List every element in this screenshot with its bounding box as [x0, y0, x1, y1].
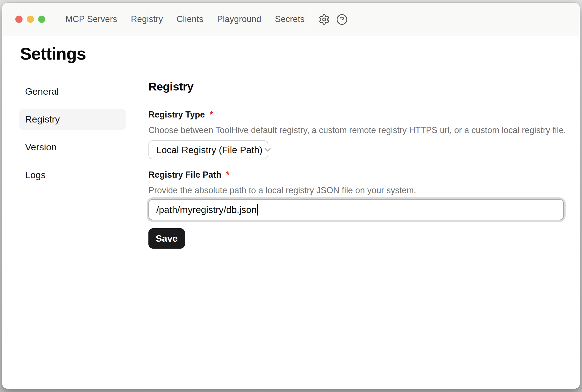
- save-button[interactable]: Save: [148, 228, 185, 249]
- registry-file-path-description: Provide the absolute path to a local reg…: [148, 185, 416, 196]
- sidebar-item-label: Logs: [25, 170, 46, 180]
- minimize-window-button[interactable]: [27, 16, 34, 23]
- registry-type-select[interactable]: Local Registry (File Path): [148, 140, 268, 159]
- nav-item-registry[interactable]: Registry: [131, 14, 163, 24]
- gear-icon: [318, 14, 330, 25]
- main-nav: MCP Servers Registry Clients Playground …: [65, 3, 305, 36]
- section-heading: Registry: [148, 80, 194, 94]
- sidebar-item-label: Version: [25, 142, 57, 153]
- sidebar-item-registry[interactable]: Registry: [19, 109, 126, 130]
- traffic-lights: [15, 16, 45, 23]
- zoom-window-button[interactable]: [38, 16, 45, 23]
- registry-type-description: Choose between ToolHive default registry…: [148, 124, 566, 136]
- nav-item-secrets[interactable]: Secrets: [275, 14, 305, 24]
- sidebar-item-logs[interactable]: Logs: [19, 164, 126, 186]
- sidebar-item-label: General: [25, 86, 59, 97]
- sidebar-item-general[interactable]: General: [19, 81, 126, 102]
- required-asterisk: *: [226, 169, 229, 180]
- text-cursor: [257, 204, 258, 215]
- settings-sidebar: General Registry Version Logs: [19, 81, 126, 192]
- nav-item-playground[interactable]: Playground: [217, 14, 261, 24]
- nav-item-clients[interactable]: Clients: [177, 14, 203, 24]
- registry-file-path-input[interactable]: /path/myregistry/db.json: [148, 199, 564, 220]
- help-icon: [336, 14, 348, 25]
- sidebar-item-version[interactable]: Version: [19, 136, 126, 158]
- titlebar-divider: [310, 9, 310, 29]
- nav-item-mcp-servers[interactable]: MCP Servers: [65, 14, 117, 24]
- input-value: /path/myregistry/db.json: [156, 204, 257, 215]
- select-value: Local Registry (File Path): [156, 144, 263, 155]
- help-button[interactable]: [336, 13, 348, 26]
- label-text: Registry File Path: [148, 169, 221, 180]
- titlebar: MCP Servers Registry Clients Playground …: [2, 3, 580, 36]
- app-window: MCP Servers Registry Clients Playground …: [2, 3, 580, 389]
- sidebar-item-label: Registry: [25, 114, 60, 125]
- registry-type-label: Registry Type *: [148, 109, 213, 120]
- chevron-down-icon: [263, 145, 273, 155]
- registry-file-path-label: Registry File Path *: [148, 169, 229, 180]
- settings-button[interactable]: [318, 13, 331, 26]
- required-asterisk: *: [210, 109, 213, 120]
- label-text: Registry Type: [148, 109, 205, 120]
- close-window-button[interactable]: [15, 16, 23, 23]
- page-title: Settings: [20, 43, 86, 64]
